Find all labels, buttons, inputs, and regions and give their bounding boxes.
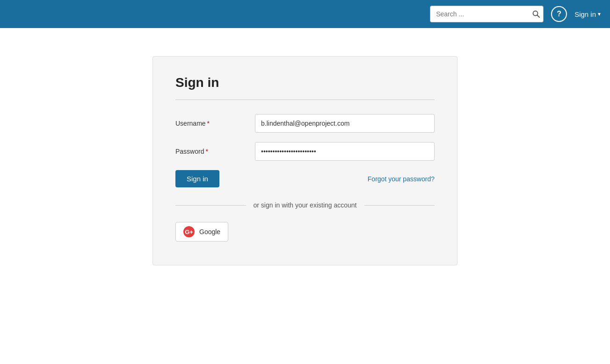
google-signin-button[interactable]: G+ Google [175,222,228,242]
signin-button[interactable]: Sign in [175,170,219,187]
navbar: ? Sign in ▾ [0,0,610,28]
social-line-right [364,205,435,206]
username-input[interactable] [255,114,435,133]
form-actions: Sign in Forgot your password? [175,170,435,187]
help-button[interactable]: ? [551,6,567,22]
username-group: Username* [175,114,435,133]
signin-nav-label: Sign in [574,10,596,18]
social-divider-text: or sign in with your existing account [254,201,357,209]
password-required: * [205,148,208,155]
password-label: Password* [175,148,255,155]
google-label: Google [199,228,220,236]
chevron-down-icon: ▾ [598,11,601,17]
google-icon: G+ [183,226,195,237]
username-required: * [207,120,210,127]
signin-card: Sign in Username* Password* Sign in Forg… [152,56,458,265]
password-input[interactable] [255,142,435,161]
password-group: Password* [175,142,435,161]
username-label: Username* [175,120,255,127]
social-line-left [175,205,246,206]
social-divider: or sign in with your existing account [175,201,435,209]
forgot-password-link[interactable]: Forgot your password? [368,175,435,183]
svg-line-1 [537,15,540,18]
signin-title: Sign in [175,75,435,90]
form-divider [175,100,435,100]
search-container [430,6,544,22]
search-input[interactable] [430,6,544,22]
help-icon: ? [557,10,561,18]
main-content: Sign in Username* Password* Sign in Forg… [0,28,610,364]
search-icon [532,10,540,18]
signin-nav-button[interactable]: Sign in ▾ [574,10,601,18]
search-icon-button[interactable] [532,10,540,18]
